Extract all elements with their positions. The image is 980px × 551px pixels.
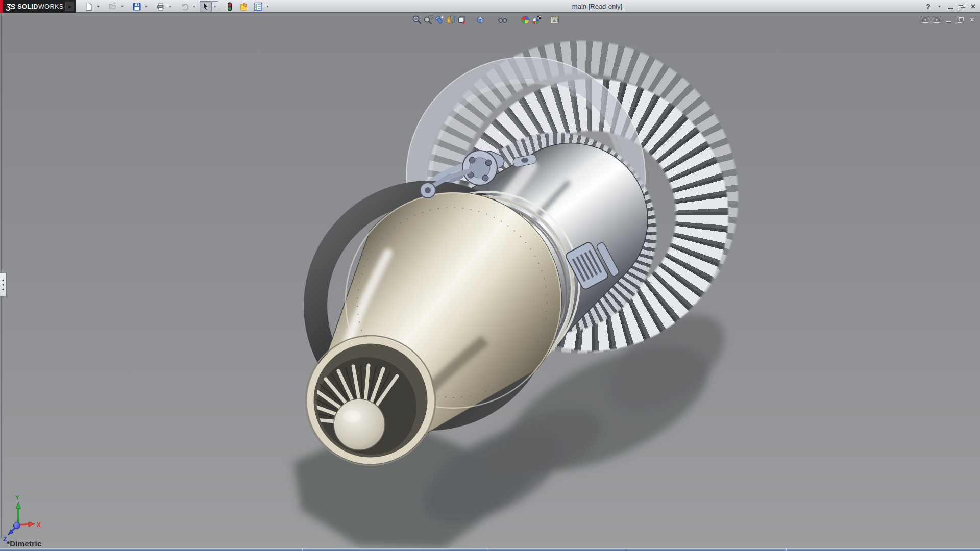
open-document-button[interactable] (107, 1, 119, 12)
view-orientation-label: *Dimetric (7, 539, 42, 548)
headsup-view-toolbar (411, 14, 560, 26)
save-dropdown[interactable]: ▾ (143, 1, 150, 12)
magnified-selection-icon (434, 15, 445, 25)
dassault-3ds-icon: ƷS (6, 2, 15, 11)
open-document-dropdown[interactable]: ▾ (119, 1, 126, 12)
feature-tree-collapsed-tab[interactable]: ◂ ◂ ◂ (0, 272, 6, 297)
undo-dropdown[interactable]: ▾ (191, 1, 198, 12)
view-orientation-button[interactable] (456, 14, 468, 26)
save-icon (132, 2, 141, 11)
apply-scene-button[interactable] (531, 14, 542, 26)
select-cursor-icon (201, 2, 210, 11)
section-view-icon (446, 15, 456, 25)
stoplight-icon (225, 2, 234, 11)
print-dropdown[interactable]: ▾ (167, 1, 174, 12)
options-button[interactable] (252, 1, 264, 12)
reference-triad: Y X Z (0, 488, 66, 545)
select-dropdown[interactable]: ▾ (212, 1, 218, 12)
brand-name: SOLIDWORKS (17, 3, 63, 10)
pane-arrow-icon: ◂ (2, 287, 4, 291)
triad-y-label: Y (15, 494, 19, 502)
pane-left-icon: ◂ (922, 17, 928, 23)
zoom-to-area-icon (423, 15, 433, 25)
restore-button[interactable] (958, 2, 966, 12)
cone-hub (334, 399, 385, 450)
new-document-button[interactable] (83, 1, 95, 12)
minimize-button[interactable] (947, 2, 954, 12)
view-settings-icon (550, 15, 560, 25)
scene-ball-flag-icon (531, 15, 542, 25)
solidworks-logo: ƷS SOLIDWORKS (0, 0, 76, 13)
new-document-dropdown[interactable]: ▾ (95, 1, 102, 12)
undo-icon (180, 2, 189, 11)
appearance-ball-icon (520, 15, 530, 25)
edit-annotation-button[interactable] (238, 1, 250, 12)
view-settings-button[interactable] (549, 14, 560, 26)
model-viewport[interactable]: ◂ ▸ × ◂ ◂ ◂ Y X Z *Dimetric (0, 13, 980, 551)
minimize-document-button[interactable] (945, 16, 952, 23)
menu-expander-button[interactable]: ▸ (65, 2, 74, 11)
restore-document-button[interactable] (957, 16, 964, 23)
minimize-icon (946, 21, 951, 22)
magnified-selection-button[interactable] (434, 14, 445, 26)
close-button[interactable]: × (969, 2, 977, 12)
hide-show-items-button[interactable] (497, 14, 508, 26)
open-document-icon (108, 2, 117, 11)
titlebar-controls: ? ▾ × (924, 0, 977, 13)
edit-appearance-button[interactable] (520, 14, 531, 26)
restore-icon (959, 4, 965, 9)
collapse-pane-button[interactable]: ◂ (921, 16, 929, 23)
help-dropdown[interactable]: ▾ (936, 2, 943, 12)
pane-right-icon: ▸ (934, 17, 940, 23)
minimize-icon (948, 8, 953, 9)
zoom-to-fit-icon (412, 15, 422, 25)
save-button[interactable] (131, 1, 143, 12)
zoom-to-fit-button[interactable] (411, 14, 423, 26)
engine-model (0, 13, 980, 551)
triad-x-label: X (37, 521, 41, 529)
options-checklist-icon (254, 2, 263, 11)
view-orientation-icon (457, 15, 467, 25)
zoom-to-area-button[interactable] (423, 14, 434, 26)
display-style-icon (475, 15, 485, 25)
print-icon (156, 2, 165, 11)
select-button[interactable] (200, 1, 212, 12)
print-button[interactable] (155, 1, 167, 12)
document-window-controls: ◂ ▸ × (921, 16, 976, 23)
display-style-button[interactable] (475, 14, 486, 26)
titlebar: ƷS SOLIDWORKS ▸ ▾ ▾ (0, 0, 980, 13)
main-toolbar: ▾ ▾ ▾ (83, 0, 271, 13)
undo-button[interactable] (179, 1, 191, 12)
window-title: main [Read-only] (531, 0, 664, 13)
brand-red-stripe (0, 0, 3, 13)
pane-arrow-icon: ◂ (2, 283, 4, 287)
new-document-icon (84, 2, 93, 11)
note-icon (239, 2, 249, 11)
pane-arrow-icon: ◂ (2, 278, 4, 282)
taskbar-edge (0, 548, 980, 551)
eyeglasses-icon (498, 15, 508, 25)
section-view-button[interactable] (445, 14, 456, 26)
help-button[interactable]: ? (924, 2, 932, 12)
close-document-button[interactable]: × (968, 16, 976, 23)
rebuild-stoplight-button[interactable] (224, 1, 236, 12)
restore-icon (958, 17, 964, 23)
options-dropdown[interactable]: ▾ (264, 1, 271, 12)
expand-pane-button[interactable]: ▸ (933, 16, 941, 23)
